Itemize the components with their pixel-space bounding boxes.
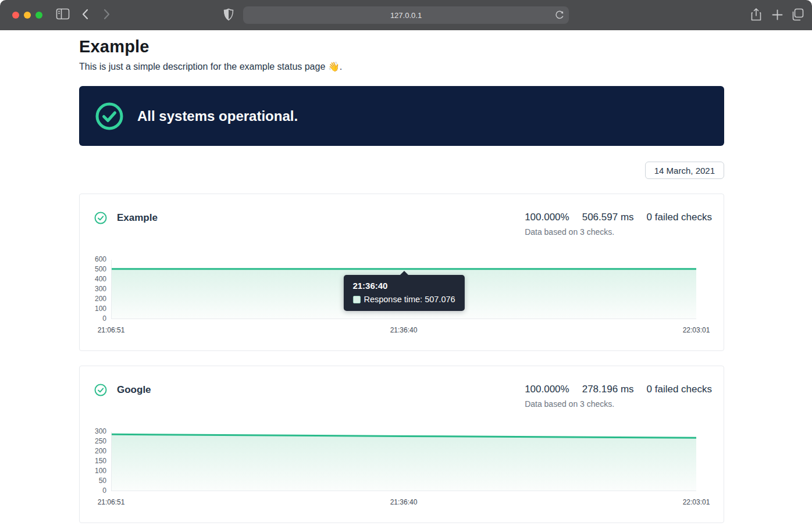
chart-tooltip: 21:36:40 Response time: 507.076 [343,275,464,311]
response-time-chart: 6005004003002001000 21:36:40 Response ti… [94,260,712,334]
x-tick: 21:06:51 [98,326,125,334]
failed-checks: 0 failed checks [647,212,712,223]
chart-plot-area[interactable]: 21:36:40 Response time: 507.076 [111,260,696,319]
shield-icon [223,8,234,21]
monitor-name: Example [117,212,158,224]
response-time-chart: 300250200150100500 21:06:51 21:36:40 22:… [94,432,712,506]
x-tick: 21:06:51 [98,498,125,506]
y-axis-labels: 6005004003002001000 [94,256,111,323]
tooltip-time: 21:36:40 [352,281,455,291]
monitor-card-example: Example 100.000% 506.597 ms 0 failed che… [79,194,724,351]
chart-plot-area[interactable] [111,432,696,491]
failed-checks: 0 failed checks [647,384,712,395]
privacy-report-button[interactable] [223,8,234,21]
tab-overview-button[interactable] [791,8,804,21]
window-close-button[interactable] [12,12,19,19]
x-tick: 21:36:40 [390,326,418,334]
status-banner: All systems operational. [79,86,724,146]
check-circle-icon [94,384,107,396]
monitor-name: Google [117,384,151,396]
new-tab-button[interactable] [772,9,783,20]
check-circle-icon [95,102,123,130]
tooltip-caret-icon [400,271,409,275]
area-series [112,432,696,491]
x-tick: 22:03:01 [683,326,710,334]
window-zoom-button[interactable] [35,12,42,19]
y-axis-labels: 300250200150100500 [94,428,111,495]
x-tick: 22:03:01 [683,498,710,506]
page-description: This is just a simple description for th… [79,61,724,72]
reload-icon [555,10,564,20]
monitor-card-google: Google 100.000% 278.196 ms 0 failed chec… [79,366,724,523]
share-icon [750,8,762,22]
checks-note: Data based on 3 checks. [525,399,712,409]
x-axis-labels: 21:06:51 21:36:40 22:03:01 [111,326,696,334]
card-header: Google 100.000% 278.196 ms 0 failed chec… [94,384,712,409]
x-tick: 21:36:40 [390,498,418,506]
status-page: Example This is just a simple descriptio… [79,37,724,523]
reload-button[interactable] [555,10,564,20]
chevron-left-icon [81,9,88,20]
back-button[interactable] [81,9,88,20]
plus-icon [772,9,783,20]
sidebar-icon [56,8,70,20]
date-row: 14 March, 2021 [79,162,724,179]
address-bar-url: 127.0.0.1 [390,11,422,20]
card-header: Example 100.000% 506.597 ms 0 failed che… [94,212,712,237]
chevron-right-icon [104,9,111,20]
monitor-stats: 100.000% 278.196 ms 0 failed checks [525,384,712,395]
date-picker-button[interactable]: 14 March, 2021 [645,162,724,179]
window-minimize-button[interactable] [24,12,31,19]
series-swatch-icon [352,296,360,303]
tabs-icon [791,8,804,21]
x-axis-labels: 21:06:51 21:36:40 22:03:01 [111,498,696,506]
checks-note: Data based on 3 checks. [525,227,712,237]
monitor-stats: 100.000% 506.597 ms 0 failed checks [525,212,712,223]
browser-toolbar: 127.0.0.1 [0,0,812,30]
window-controls [12,12,42,19]
address-bar[interactable]: 127.0.0.1 [243,6,569,24]
uptime-percent: 100.000% [525,384,569,395]
page-title: Example [79,37,724,56]
avg-response-time: 506.597 ms [582,212,634,223]
status-banner-message: All systems operational. [137,108,298,124]
check-circle-icon [94,212,107,224]
sidebar-toggle-button[interactable] [56,8,70,20]
share-button[interactable] [750,8,762,22]
forward-button[interactable] [104,9,111,20]
tooltip-value: Response time: 507.076 [364,295,455,304]
uptime-percent: 100.000% [525,212,569,223]
avg-response-time: 278.196 ms [582,384,634,395]
